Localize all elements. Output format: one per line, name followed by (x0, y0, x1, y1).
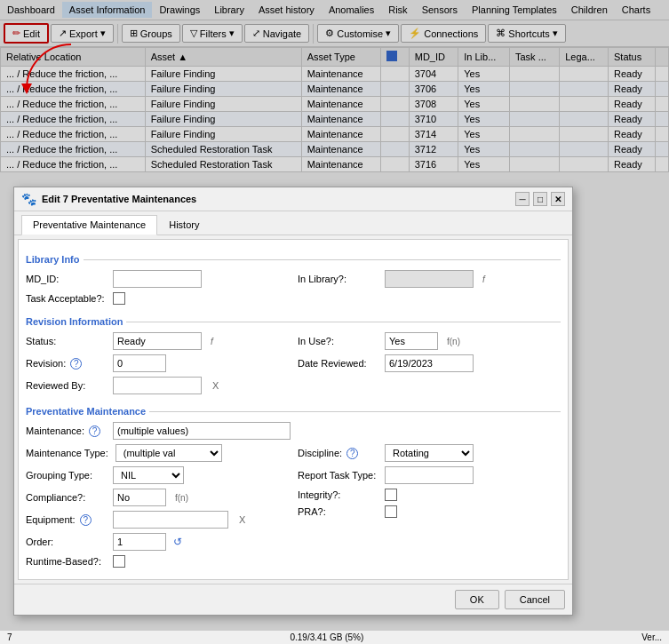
modal-overlay: 🐾 Edit 7 Preventative Maintenances ─ □ ✕… (0, 0, 669, 644)
in-library-tag: f (482, 274, 485, 284)
library-info-label: Library Info (26, 254, 80, 265)
cancel-button[interactable]: Cancel (505, 590, 565, 609)
library-info-section: Library Info (26, 254, 561, 265)
pra-checkbox[interactable] (385, 505, 397, 518)
discipline-row: Discipline: ? Rotating (298, 444, 561, 462)
maintenance-help-icon[interactable]: ? (89, 425, 100, 437)
order-input[interactable] (113, 533, 166, 551)
revision-info-left: Status: f Revision: ? Review (26, 332, 289, 399)
maintenance-type-row: Maintenance Type: (multiple val (26, 444, 289, 462)
status-bar: 7 0.19/3.41 GB (5%) Ver... (0, 630, 669, 644)
md-id-input[interactable] (113, 270, 202, 288)
date-reviewed-row: Date Reviewed: (298, 354, 561, 372)
equipment-clear[interactable]: X (239, 514, 245, 525)
task-acceptable-label: Task Acceptable?: (26, 293, 106, 304)
modal-tab-bar: Preventative Maintenance History (14, 211, 572, 235)
pra-row: PRA?: (298, 505, 561, 518)
modal-title: 🐾 Edit 7 Preventative Maintenances (21, 192, 196, 206)
pm-fields: Maintenance Type: (multiple val Grouping… (26, 444, 561, 572)
integrity-checkbox[interactable] (385, 489, 397, 501)
revision-info-section: Revision Information (26, 316, 561, 327)
status-tag: f (211, 337, 213, 346)
pra-label: PRA?: (298, 506, 378, 517)
tab-preventative-maintenance[interactable]: Preventative Maintenance (21, 215, 157, 235)
pm-section: Preventative Maintenance (26, 406, 561, 417)
pm-right: Discipline: ? Rotating Report Task Type: (298, 444, 561, 572)
md-id-row: MD_ID: (26, 270, 289, 288)
memory-usage: 0.19/3.41 GB (5%) (290, 632, 363, 642)
equipment-input[interactable] (113, 511, 228, 529)
task-acceptable-row: Task Acceptable?: (26, 292, 289, 305)
revision-label: Revision: ? (26, 358, 106, 370)
in-use-row: In Use?: f(n) (298, 332, 561, 350)
library-info-left: MD_ID: Task Acceptable?: (26, 270, 289, 309)
revision-info-fields: Status: f Revision: ? Review (26, 332, 561, 399)
compliance-row: Compliance?: f(n) (26, 489, 289, 506)
modal-window-controls: ─ □ ✕ (515, 192, 565, 206)
in-use-label: In Use?: (298, 336, 378, 346)
integrity-label: Integrity?: (298, 489, 378, 500)
in-library-label: In Library?: (298, 274, 378, 284)
runtime-based-row: Runtime-Based?: (26, 555, 289, 568)
revision-info-label: Revision Information (26, 316, 123, 327)
row-count: 7 (7, 632, 12, 642)
compliance-label: Compliance?: (26, 492, 106, 503)
modal-edit: 🐾 Edit 7 Preventative Maintenances ─ □ ✕… (13, 187, 573, 616)
grouping-type-label: Grouping Type: (26, 470, 106, 481)
revision-help-icon[interactable]: ? (70, 358, 82, 370)
grouping-type-row: Grouping Type: NIL (26, 466, 289, 484)
task-acceptable-checkbox[interactable] (113, 292, 125, 305)
order-row: Order: ↺ (26, 533, 289, 551)
revision-input[interactable] (113, 354, 166, 372)
integrity-row: Integrity?: (298, 489, 561, 501)
pm-left: Maintenance Type: (multiple val Grouping… (26, 444, 289, 572)
maintenance-input[interactable] (113, 422, 291, 440)
version: Ver... (641, 632, 662, 642)
reviewed-by-input[interactable] (113, 377, 202, 394)
date-reviewed-input[interactable] (385, 354, 474, 372)
md-id-label: MD_ID: (26, 274, 106, 284)
minimize-button[interactable]: ─ (515, 192, 530, 206)
equipment-label: Equipment: ? (26, 514, 106, 526)
section-divider-2 (126, 322, 561, 322)
equipment-help-icon[interactable]: ? (80, 514, 92, 526)
report-task-type-row: Report Task Type: (298, 466, 561, 484)
section-divider-1 (84, 259, 561, 260)
compliance-input[interactable] (113, 489, 166, 506)
maintenance-type-label: Maintenance Type: (26, 448, 108, 458)
discipline-help-icon[interactable]: ? (346, 448, 358, 459)
modal-footer: OK Cancel (14, 584, 572, 615)
revision-row: Revision: ? (26, 354, 289, 372)
status-label: Status: (26, 336, 106, 346)
discipline-label: Discipline: ? (298, 448, 378, 459)
ok-button[interactable]: OK (455, 590, 499, 609)
maximize-button[interactable]: □ (533, 192, 547, 206)
reviewed-by-label: Reviewed By: (26, 380, 106, 391)
pm-section-label: Preventative Maintenance (26, 406, 146, 417)
grouping-type-select[interactable]: NIL (113, 466, 184, 484)
discipline-select[interactable]: Rotating (385, 444, 474, 462)
maintenance-row: Maintenance: ? (26, 422, 561, 440)
equipment-row: Equipment: ? X (26, 511, 289, 529)
refresh-icon[interactable]: ↺ (173, 536, 182, 548)
status-input[interactable] (113, 332, 202, 350)
close-button[interactable]: ✕ (551, 192, 565, 206)
in-library-input[interactable] (385, 270, 474, 288)
compliance-tag: f(n) (175, 493, 188, 503)
runtime-based-checkbox[interactable] (113, 555, 125, 568)
runtime-based-label: Runtime-Based?: (26, 556, 106, 567)
modal-body: Library Info MD_ID: Task Acceptable?: (18, 239, 569, 580)
maintenance-label: Maintenance: ? (26, 425, 106, 437)
report-task-type-label: Report Task Type: (298, 470, 378, 481)
report-task-type-input[interactable] (385, 466, 474, 484)
modal-title-bar: 🐾 Edit 7 Preventative Maintenances ─ □ ✕ (14, 187, 572, 211)
in-use-input[interactable] (385, 332, 438, 350)
status-row: Status: f (26, 332, 289, 350)
revision-info-right: In Use?: f(n) Date Reviewed: (298, 332, 561, 399)
reviewed-by-clear[interactable]: X (212, 380, 219, 391)
tab-history[interactable]: History (157, 215, 211, 235)
reviewed-by-row: Reviewed By: X (26, 377, 289, 394)
library-info-fields: MD_ID: Task Acceptable?: In Library?: f (26, 270, 561, 309)
maintenance-type-select[interactable]: (multiple val (115, 444, 222, 462)
in-use-tag: f(n) (447, 337, 460, 346)
